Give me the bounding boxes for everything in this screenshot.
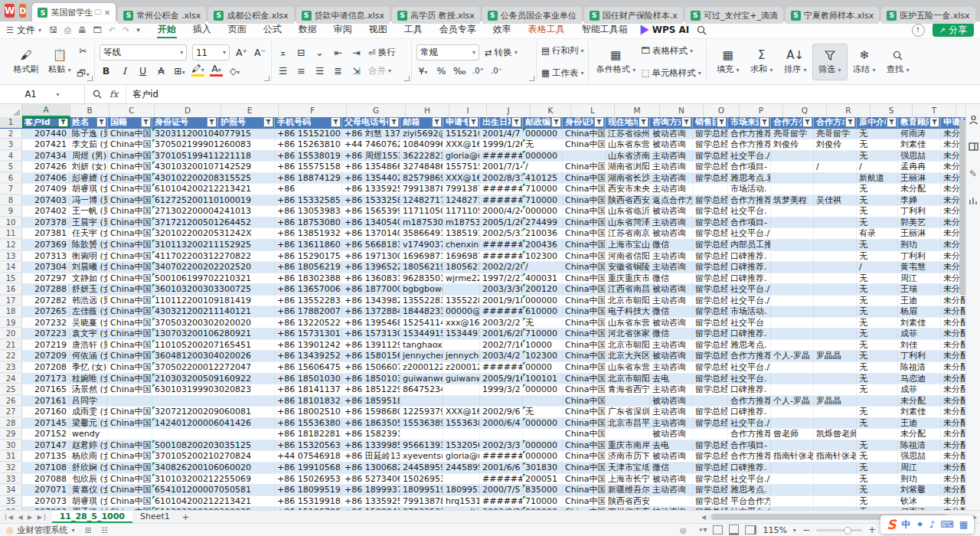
cell[interactable]: 310103200212255069 [152, 474, 218, 485]
cell[interactable]: China中国 [108, 407, 152, 417]
cell[interactable]: 430321200211140121 [152, 306, 218, 317]
column-letter-O[interactable]: O [704, 104, 740, 117]
insert-function-icon[interactable]: fx [109, 89, 118, 100]
cell[interactable]: 无 [523, 407, 563, 417]
cell[interactable]: 口碑推荐. [728, 251, 771, 262]
cell[interactable]: 留学总经纪 [693, 440, 728, 451]
cell[interactable] [814, 262, 857, 273]
conditional-format-button[interactable]: ▦ 条件格式 ▾ [593, 44, 638, 80]
cell[interactable]: 被动咨询 [650, 139, 693, 150]
cell[interactable]: 被动咨询 [650, 129, 693, 139]
filter-dropdown-icon[interactable] [432, 117, 442, 127]
cell[interactable]: 河南省信阳 [606, 251, 650, 262]
redo-icon[interactable]: ↷ [122, 25, 129, 35]
cell[interactable]: 100101 [523, 374, 563, 384]
cell[interactable]: 社交平台./ [728, 418, 771, 429]
cell[interactable]: 湖南省长沙 [606, 173, 650, 184]
cell[interactable]: 曾老师 [771, 429, 814, 440]
cell[interactable]: 207161 [22, 396, 70, 407]
cell[interactable]: 留学总经纪 [693, 251, 728, 262]
cell[interactable]: 320721200209060081 [152, 407, 218, 417]
cell[interactable]: 左佳薇 (女) [70, 306, 108, 317]
cell[interactable]: z20001227 [400, 362, 443, 373]
cell[interactable]: 马恋迪 [898, 374, 941, 384]
cell[interactable]: 未分配 [898, 429, 941, 440]
filter-dropdown-icon[interactable] [760, 117, 769, 127]
cell[interactable]: China中国 [563, 451, 606, 462]
header-cell-教育顾问[interactable]: 教育顾问 [898, 117, 941, 128]
cell[interactable]: +86 13552283 [275, 296, 342, 306]
cell[interactable]: 654101200007050581 [152, 485, 218, 495]
cell[interactable] [152, 396, 218, 407]
cell[interactable] [814, 251, 857, 262]
cell[interactable]: 000000 [523, 129, 563, 139]
cell[interactable]: 主动咨询 [650, 173, 693, 184]
cell[interactable]: China中国 [563, 328, 606, 339]
menu-tab-开始[interactable]: 开始 [149, 21, 185, 38]
cell[interactable]: +86 1354402198 [342, 173, 400, 184]
cell[interactable]: 500106199702210321 [152, 273, 218, 284]
cell[interactable]: 口碑推荐. [728, 262, 771, 273]
cell[interactable]: 陕西省西安 [606, 496, 650, 507]
cell[interactable]: 舒妍玉 (女) [70, 284, 108, 295]
cell[interactable] [771, 262, 814, 273]
cell[interactable]: 124827175 [400, 195, 443, 206]
row-number[interactable]: 18 [0, 306, 22, 317]
clear-format-button[interactable]: ◇▾ [228, 65, 241, 77]
menu-tab-页面[interactable]: 页面 [220, 21, 255, 38]
cell[interactable]: ######## [480, 195, 523, 206]
row-number[interactable]: 35 [0, 496, 22, 507]
cell[interactable]: 000000 [523, 440, 563, 451]
cell[interactable]: 207409 [22, 184, 70, 194]
wrap-text-button[interactable]: ⏎换行 [368, 47, 396, 58]
ime-keyboard-icon[interactable]: ⌨ [940, 519, 953, 530]
cell[interactable] [771, 340, 814, 351]
cell[interactable]: 00000@qq [443, 306, 480, 317]
cell[interactable]: 207160 [22, 407, 70, 417]
cell[interactable]: +86 1343982452 [342, 296, 400, 306]
cell[interactable]: 2000/7/5 [480, 485, 523, 495]
file-tab[interactable]: S宁夏教师样本.xlsx [786, 7, 879, 24]
cell[interactable]: 710000 [523, 328, 563, 339]
cell[interactable]: +86 13851932 [275, 228, 342, 239]
cell[interactable]: 江苏省南京 [606, 228, 650, 239]
cell[interactable]: / [523, 162, 563, 172]
file-tab[interactable]: S可过_支付宝+_滴滴 [685, 7, 783, 24]
cell[interactable]: 117110505 [400, 206, 443, 217]
cell[interactable] [771, 228, 814, 239]
menu-tab-审阅[interactable]: 审阅 [325, 21, 361, 38]
cell[interactable]: +86 15538019 [275, 151, 342, 162]
cell[interactable]: wendy [70, 429, 108, 440]
cell[interactable]: 个人-罗晶 [771, 396, 814, 407]
cell[interactable]: +86 13611860 [275, 240, 342, 250]
cell[interactable]: China中国 [108, 418, 152, 429]
cell[interactable] [480, 396, 523, 407]
cell[interactable]: 被动咨询 [650, 474, 693, 485]
row-number[interactable]: 25 [0, 384, 22, 395]
cell[interactable]: 口碑推荐. [728, 273, 771, 284]
cell[interactable] [400, 396, 443, 407]
normal-view-icon[interactable] [713, 525, 723, 534]
cell[interactable]: China中国 [563, 184, 606, 194]
cell[interactable]: 2002/9/6 [480, 407, 523, 417]
cell[interactable]: 有录 [857, 228, 898, 239]
cell[interactable]: +86 1354866895 [342, 162, 400, 172]
cell[interactable] [814, 306, 857, 317]
cell[interactable]: 无 [857, 407, 898, 417]
cut-button[interactable]: ✂ [77, 45, 90, 57]
cell[interactable]: 410125 [523, 173, 563, 184]
cell[interactable]: 王瑞 [898, 284, 941, 295]
cell[interactable]: 1999/1/26 [480, 139, 523, 150]
筛选-button[interactable]: 筛选 ▾ [812, 44, 848, 80]
cell[interactable]: 何依涵 (女) [70, 351, 108, 361]
menu-tab-数据[interactable]: 数据 [290, 21, 325, 38]
cell[interactable]: 文静如 (女) [70, 273, 108, 284]
column-letter-J[interactable]: J [487, 104, 531, 117]
cell[interactable]: 000000 [523, 206, 563, 217]
cell[interactable]: 122593794 [400, 407, 443, 417]
plugin-chevron-icon[interactable]: ▾ [72, 527, 75, 534]
header-cell-市场来源[interactable]: 市场来源 [728, 117, 771, 128]
cell[interactable]: +86 1340540988 [342, 217, 400, 228]
cell[interactable]: 000000 [523, 384, 563, 395]
cell[interactable]: 重庆重庆市 [606, 273, 650, 284]
